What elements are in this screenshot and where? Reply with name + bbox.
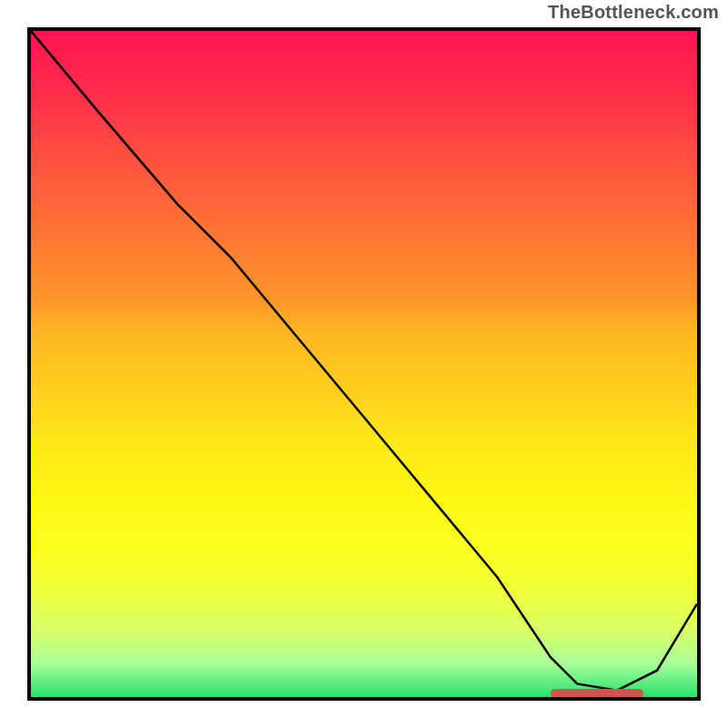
bottleneck-curve-path (31, 31, 697, 691)
chart-line-series (31, 31, 697, 697)
chart-plot-area (27, 27, 701, 701)
optimal-range-marker (551, 689, 643, 698)
watermark-text: TheBottleneck.com (548, 2, 719, 23)
